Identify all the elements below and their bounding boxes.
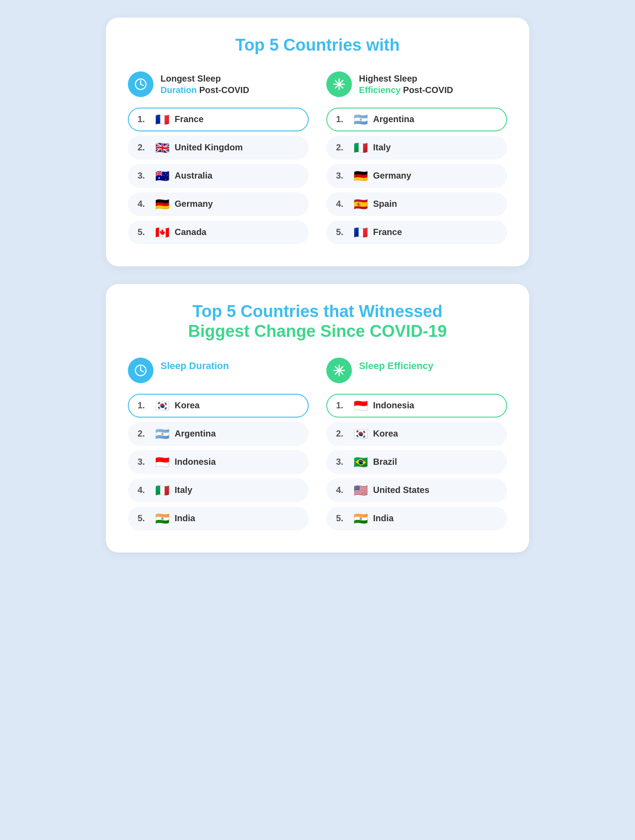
- list-item: 3. 🇧🇷 Brazil: [326, 450, 507, 474]
- card1-columns: Longest SleepDuration Post-COVID 1. 🇫🇷 F…: [128, 71, 507, 244]
- card2-left-list: 1. 🇰🇷 Korea 2. 🇦🇷 Argentina 3. 🇮🇩 Indone…: [128, 394, 309, 530]
- svg-line-2: [141, 84, 143, 86]
- card2-right-subtitle: Sleep Efficiency: [359, 360, 433, 372]
- list-item: 4. 🇮🇹 Italy: [128, 478, 309, 502]
- card2-title-line2: Biggest Change Since COVID-19: [188, 322, 447, 340]
- card2-columns: Sleep Duration 1. 🇰🇷 Korea 2. 🇦🇷 Argenti…: [128, 358, 507, 530]
- card2-title: Top 5 Countries that Witnessed Biggest C…: [128, 302, 507, 342]
- sleep-duration-icon-circle: [128, 71, 153, 97]
- list-item: 3. 🇮🇩 Indonesia: [128, 450, 309, 474]
- card1-right-header: Highest SleepEfficiency Post-COVID: [326, 71, 507, 97]
- sleep-efficiency-icon-circle-2: [326, 358, 352, 383]
- list-item: 1. 🇮🇩 Indonesia: [326, 394, 507, 418]
- list-item: 1. 🇰🇷 Korea: [128, 394, 309, 418]
- list-item: 2. 🇰🇷 Korea: [326, 422, 507, 446]
- list-item: 5. 🇮🇳 India: [326, 507, 507, 530]
- list-item: 5. 🇮🇳 India: [128, 507, 309, 530]
- card1-right-header-text: Highest SleepEfficiency Post-COVID: [359, 73, 453, 96]
- card2-left-subtitle: Sleep Duration: [161, 360, 229, 372]
- card2-left-column: Sleep Duration 1. 🇰🇷 Korea 2. 🇦🇷 Argenti…: [128, 358, 309, 530]
- clock-icon: [134, 78, 147, 91]
- card2-right-header: Sleep Efficiency: [326, 358, 507, 383]
- card-top5-postcovid: Top 5 Countries with Longest SleepDurati…: [106, 18, 529, 266]
- snowflake-icon-2: [332, 364, 346, 377]
- card1-left-header-text: Longest SleepDuration Post-COVID: [161, 73, 249, 96]
- card1-right-column: Highest SleepEfficiency Post-COVID 1. 🇦🇷…: [326, 71, 507, 244]
- card2-right-column: Sleep Efficiency 1. 🇮🇩 Indonesia 2. 🇰🇷 K…: [326, 358, 507, 530]
- sleep-duration-icon-circle-2: [128, 358, 153, 383]
- card1-title: Top 5 Countries with: [128, 35, 507, 56]
- card1-left-header: Longest SleepDuration Post-COVID: [128, 71, 309, 97]
- list-item: 4. 🇩🇪 Germany: [128, 192, 309, 216]
- list-item: 3. 🇩🇪 Germany: [326, 164, 507, 188]
- list-item: 5. 🇨🇦 Canada: [128, 220, 309, 244]
- svg-point-15: [338, 369, 340, 372]
- svg-line-10: [141, 370, 143, 372]
- clock-icon-2: [134, 364, 147, 377]
- list-item: 3. 🇦🇺 Australia: [128, 164, 309, 188]
- list-item: 5. 🇫🇷 France: [326, 220, 507, 244]
- sleep-efficiency-icon-circle: [326, 71, 352, 97]
- list-item: 2. 🇮🇹 Italy: [326, 136, 507, 160]
- list-item: 2. 🇬🇧 United Kingdom: [128, 136, 309, 160]
- svg-point-7: [338, 83, 340, 86]
- list-item: 1. 🇦🇷 Argentina: [326, 108, 507, 131]
- card1-right-list: 1. 🇦🇷 Argentina 2. 🇮🇹 Italy 3. 🇩🇪 German…: [326, 108, 507, 244]
- list-item: 2. 🇦🇷 Argentina: [128, 422, 309, 446]
- card1-title-text: Top 5 Countries with: [235, 36, 400, 54]
- card2-title-line1: Top 5 Countries that Witnessed: [193, 302, 443, 321]
- card-biggest-change: Top 5 Countries that Witnessed Biggest C…: [106, 284, 529, 553]
- list-item: 1. 🇫🇷 France: [128, 108, 309, 131]
- card1-left-column: Longest SleepDuration Post-COVID 1. 🇫🇷 F…: [128, 71, 309, 244]
- card1-left-list: 1. 🇫🇷 France 2. 🇬🇧 United Kingdom 3. 🇦🇺 …: [128, 108, 309, 244]
- card2-right-list: 1. 🇮🇩 Indonesia 2. 🇰🇷 Korea 3. 🇧🇷 Brazil…: [326, 394, 507, 530]
- card2-left-header: Sleep Duration: [128, 358, 309, 383]
- list-item: 4. 🇪🇸 Spain: [326, 192, 507, 216]
- list-item: 4. 🇺🇸 United States: [326, 478, 507, 502]
- snowflake-icon: [332, 78, 346, 91]
